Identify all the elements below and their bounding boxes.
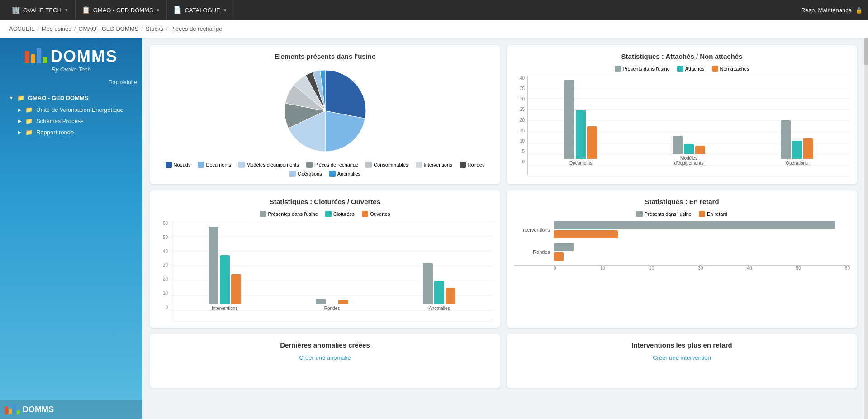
hbar-row: Rondes <box>514 243 850 261</box>
sidebar-caret-icon: ▼ <box>9 95 14 100</box>
breadcrumb-stocks[interactable]: Stocks <box>146 25 163 32</box>
bar <box>564 80 574 159</box>
legend-item: Présents dans l'usine <box>636 211 692 217</box>
gmao-label: GMAO - GED DOMMS <box>93 7 153 14</box>
bar <box>684 144 694 154</box>
bar <box>673 136 683 154</box>
bar-group: Opérations <box>781 120 813 166</box>
hbar-bars <box>554 221 850 238</box>
pie-legend-item: Pièces de rechange <box>306 162 358 168</box>
scrollbar-thumb[interactable] <box>864 38 868 65</box>
bar-group-label: Interventions <box>212 306 237 311</box>
main-layout: DOMMS By Ovalie Tech Tout réduire ▼ 📁 GM… <box>0 38 868 419</box>
hbar-row: Interventions <box>514 221 850 238</box>
logo-bar-3 <box>37 48 41 63</box>
attached-chart-legend: Présents dans l'usineAttachésNon attaché… <box>514 66 850 72</box>
rapport-label: Rapport ronde <box>36 129 74 136</box>
pie-container: NoeudsDocumentsModèles d'équipementsPièc… <box>157 66 493 177</box>
main-content: Elements présents dans l'usine NoeudsDoc… <box>142 38 864 419</box>
anomalies-card: Dernières anomalies créées Créer une ano… <box>150 334 500 388</box>
bar <box>576 110 586 159</box>
clot-chart-card: Statistiques : Cloturées / Ouvertes Prés… <box>150 190 500 328</box>
bar-group-label: Rondes <box>324 306 340 311</box>
bar <box>792 141 802 159</box>
charts-row-1: Elements présents dans l'usine NoeudsDoc… <box>150 45 857 184</box>
bar-group-label: Opérations <box>786 161 808 166</box>
schemas-folder-icon: 📁 <box>25 118 33 124</box>
breadcrumb-pieces: Pièces de rechange <box>171 25 223 32</box>
ovalie-label: OVALIE TECH <box>23 7 62 14</box>
bar <box>316 299 326 304</box>
uve-label: Unité de Valorisation Energétique <box>36 106 123 113</box>
anomalies-title: Dernières anomalies créées <box>157 341 493 349</box>
bar-group: Anomalies <box>423 263 455 311</box>
bar <box>338 300 348 304</box>
legend-item: Cloturées <box>325 211 355 217</box>
scrollbar[interactable] <box>864 38 868 419</box>
bar <box>803 138 813 159</box>
bar-group: Rondes <box>316 299 348 311</box>
logo-bars <box>25 48 47 63</box>
breadcrumb-mes-usines[interactable]: Mes usines <box>42 25 71 32</box>
breadcrumb: ACCUEIL / Mes usines / GMAO - GED DOMMS … <box>0 20 868 38</box>
bar-group-label: Anomalies <box>429 306 450 311</box>
bar <box>231 274 241 304</box>
pie-legend-item: Anomalies <box>329 171 360 177</box>
pie-legend: NoeudsDocumentsModèles d'équipementsPièc… <box>157 162 493 177</box>
breadcrumb-gmao[interactable]: GMAO - GED DOMMS <box>78 25 138 32</box>
legend-item: Ouvertes <box>362 211 390 217</box>
bar-group: Modèles d'équipements <box>671 136 707 166</box>
hbar-bars <box>554 243 850 261</box>
create-anomalie-link[interactable]: Créer une anomalie <box>157 354 493 361</box>
schemas-caret-icon: ▶ <box>18 119 22 124</box>
ovalie-icon: 🏢 <box>12 6 20 14</box>
bar <box>434 281 444 304</box>
sidebar-item-schemas[interactable]: ▶ 📁 Schémas Process <box>5 115 137 127</box>
gmao-caret-icon: ▼ <box>156 8 161 13</box>
sidebar-item-uve[interactable]: ▶ 📁 Unité de Valorisation Energétique <box>5 104 137 115</box>
logo-bar-1 <box>25 51 29 63</box>
bar <box>446 288 455 304</box>
sidebar-item-gmao[interactable]: ▼ 📁 GMAO - GED DOMMS <box>5 92 137 104</box>
user-name: Resp. Maintenance <box>801 7 852 14</box>
clot-chart: Présentes dans l'usineCloturéesOuvertes6… <box>157 211 493 320</box>
create-intervention-link[interactable]: Créer une intervention <box>514 354 850 361</box>
logo-bar-4 <box>43 57 47 63</box>
hbar-label: Rondes <box>514 249 550 255</box>
legend-item: Présents dans l'usine <box>615 66 670 72</box>
logo-sub: By Ovalie Tech <box>52 66 91 73</box>
clot-chart-legend: Présentes dans l'usineCloturéesOuvertes <box>157 211 493 217</box>
legend-item: Attachés <box>677 66 705 72</box>
sidebar-item-rapport[interactable]: ▶ 📁 Rapport ronde <box>5 127 137 138</box>
sidebar-section: ▼ 📁 GMAO - GED DOMMS ▶ 📁 Unité de Valori… <box>0 89 142 141</box>
bar-group-label: Documents <box>569 161 593 166</box>
logo-text: DOMMS <box>51 47 118 66</box>
pie-chart-card: Elements présents dans l'usine NoeudsDoc… <box>150 45 500 184</box>
retard-chart-title: Statistiques : En retard <box>514 198 850 205</box>
sidebar-gmao-label: GMAO - GED DOMMS <box>28 95 89 101</box>
rapport-caret-icon: ▶ <box>18 130 22 135</box>
legend-item: Présentes dans l'usine <box>260 211 318 217</box>
breadcrumb-accueil[interactable]: ACCUEIL <box>9 25 34 32</box>
attached-chart: Présents dans l'usineAttachésNon attaché… <box>514 66 850 175</box>
hbar <box>554 221 835 229</box>
pie-legend-item: Interventions <box>416 162 452 168</box>
catalogue-icon: 📄 <box>173 6 182 14</box>
hbar <box>554 243 574 251</box>
pie-chart-title: Elements présents dans l'usine <box>157 52 493 60</box>
catalogue-label: CATALOGUE <box>185 7 220 14</box>
schemas-label: Schémas Process <box>36 118 84 124</box>
catalogue-caret-icon: ▼ <box>223 8 228 13</box>
catalogue-menu[interactable]: 📄 CATALOGUE ▼ <box>167 0 234 20</box>
gmao-menu[interactable]: 📋 GMAO - GED DOMMS ▼ <box>76 0 167 20</box>
bar-group-label: Modèles d'équipements <box>671 156 707 166</box>
hbar <box>554 230 618 238</box>
ovalie-tech-menu[interactable]: 🏢 OVALIE TECH ▼ <box>5 0 76 20</box>
sidebar-reduce-button[interactable]: Tout réduire <box>0 77 142 89</box>
retard-chart: Présents dans l'usineEn retardInterventi… <box>514 211 850 271</box>
bar <box>695 146 705 154</box>
pie-legend-item: Consommables <box>365 162 408 168</box>
logo-bar-2 <box>31 54 35 63</box>
top-navigation: 🏢 OVALIE TECH ▼ 📋 GMAO - GED DOMMS ▼ 📄 C… <box>0 0 868 20</box>
bar <box>587 126 597 159</box>
